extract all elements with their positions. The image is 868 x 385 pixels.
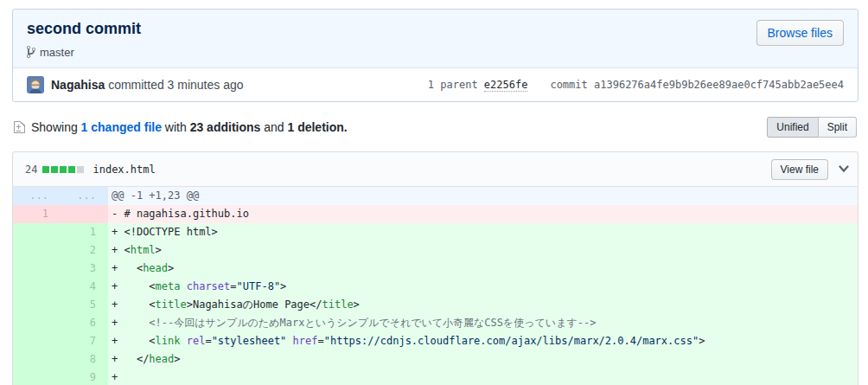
chevron-down-icon[interactable] xyxy=(839,165,849,173)
line-number-cell[interactable]: 4 xyxy=(61,278,108,296)
line-number-cell[interactable]: 3 xyxy=(61,260,108,278)
line-number-cell[interactable] xyxy=(13,260,61,278)
line-number-cell[interactable] xyxy=(13,332,61,350)
diff-sign: + xyxy=(112,371,124,383)
diff-sign: + xyxy=(112,226,124,238)
line-number-cell[interactable] xyxy=(13,278,61,296)
hunk-gutter-cell: ... xyxy=(61,187,108,205)
line-number-cell[interactable] xyxy=(13,296,61,314)
line-number-cell[interactable] xyxy=(13,314,61,332)
line-number-cell[interactable]: 5 xyxy=(61,296,108,314)
diff-summary-row: Showing 1 changed file with 23 additions… xyxy=(14,117,857,138)
showing-label: Showing xyxy=(31,120,78,134)
commit-sha-group-full: commit a1396276a4fe9b9b26ee89ae0cf745abb… xyxy=(550,79,844,91)
code-token-plain: < xyxy=(124,335,155,347)
changed-files-link[interactable]: 1 changed file xyxy=(81,120,162,134)
code-token-plain: = xyxy=(317,335,323,347)
view-file-button[interactable]: View file xyxy=(771,159,828,180)
code-token-plain: > xyxy=(156,244,162,256)
code-token-plain: # nagahisa.github.io xyxy=(124,208,249,220)
commit-sha-group: 1 parent e2256fe commit a1396276a4fe9b9b… xyxy=(428,79,844,91)
code-cell: + <!--今回はサンプルのためMarxというシンプルでそれでいて小奇麗なCSS… xyxy=(108,314,858,332)
diff-row-add: 8+ </head> xyxy=(13,350,858,369)
diff-row-hunk: ......@@ -1 +1,23 @@ xyxy=(13,187,858,205)
code-token-plain: > xyxy=(699,335,705,347)
line-number-cell[interactable]: 6 xyxy=(61,314,108,332)
code-line: + <!--今回はサンプルのためMarxというシンプルでそれでいて小奇麗なCSS… xyxy=(112,317,596,329)
commit-author-line: Nagahisa committed 3 minutes ago xyxy=(51,78,244,92)
code-line: + <head> xyxy=(112,262,174,274)
code-token-tag: title xyxy=(156,298,187,311)
diff-row-add: 4+ <meta charset="UTF-8"> xyxy=(13,278,858,296)
unified-view-button[interactable]: Unified xyxy=(767,117,818,138)
code-token-plain xyxy=(180,280,186,292)
commit-sha: a1396276a4fe9b9b26ee89ae0cf745abb2ae5ee4 xyxy=(594,79,844,91)
line-number-cell[interactable]: 8 xyxy=(61,350,108,369)
code-cell: + <title>NagahisaのHome Page</title> xyxy=(108,296,858,314)
code-cell: + <!DOCTYPE html> xyxy=(108,223,858,241)
diff-sign: + xyxy=(112,244,124,256)
line-number-cell[interactable]: 2 xyxy=(61,241,108,260)
line-number-cell[interactable] xyxy=(13,350,61,369)
code-token-plain: > xyxy=(354,298,360,311)
split-view-button[interactable]: Split xyxy=(818,117,857,138)
code-line: + xyxy=(112,371,124,383)
code-token-plain: <!DOCTYPE html> xyxy=(124,226,217,238)
code-cell: + <html> xyxy=(108,241,858,260)
code-token-tag: meta xyxy=(156,280,181,292)
author-link[interactable]: Nagahisa xyxy=(51,78,105,92)
and-label: and xyxy=(264,120,284,134)
additions-count: 23 additions xyxy=(190,120,261,134)
diffstat-block-add xyxy=(51,166,58,173)
browse-files-button[interactable]: Browse files xyxy=(756,20,844,46)
line-number-cell[interactable] xyxy=(61,205,108,223)
diffstat: 24 xyxy=(25,164,84,176)
line-number-cell[interactable] xyxy=(13,223,61,241)
code-token-plain: < xyxy=(124,280,155,292)
line-number-cell[interactable]: 1 xyxy=(61,223,108,241)
diff-row-add: 6+ <!--今回はサンプルのためMarxというシンプルでそれでいて小奇麗なCS… xyxy=(13,314,858,332)
code-cell: + xyxy=(108,369,858,385)
code-token-tag: title xyxy=(322,298,353,311)
line-number-cell[interactable] xyxy=(13,241,61,260)
commit-box: second commit master Browse files Nagahi… xyxy=(12,9,858,102)
diff-row-add: 3+ <head> xyxy=(13,260,858,278)
avatar[interactable] xyxy=(27,76,44,93)
code-token-plain: < xyxy=(124,262,143,274)
deletions-count: 1 deletion. xyxy=(287,120,347,134)
file-name-link[interactable]: index.html xyxy=(93,164,155,176)
code-cell: + <head> xyxy=(108,260,858,278)
code-line: + <!DOCTYPE html> xyxy=(112,226,218,238)
code-line: + <title>NagahisaのHome Page</title> xyxy=(112,298,360,311)
line-number-cell[interactable]: 1 xyxy=(13,205,61,223)
hunk-gutter-cell: ... xyxy=(13,187,61,205)
code-line: + <meta charset="UTF-8"> xyxy=(112,280,286,292)
line-number-cell[interactable]: 9 xyxy=(61,369,108,385)
diffstat-block-add xyxy=(60,166,67,173)
parent-sha-link[interactable]: e2256fe xyxy=(484,79,528,92)
code-token-plain: < xyxy=(124,244,130,256)
code-line: - # nagahisa.github.io xyxy=(112,208,249,220)
code-token-plain: </ xyxy=(124,353,149,365)
diffstat-blocks xyxy=(42,166,84,173)
line-number-cell[interactable] xyxy=(13,369,61,385)
diff-file-icon xyxy=(14,120,25,134)
commit-header: second commit master Browse files xyxy=(13,10,858,68)
code-token-attr: charset xyxy=(187,280,231,292)
diffstat-block-neutral xyxy=(77,166,84,173)
code-cell: + <meta charset="UTF-8"> xyxy=(108,278,858,296)
file-header: 24 index.html View file xyxy=(13,152,858,187)
code-cell: + <link rel="stylesheet" href="https://c… xyxy=(108,332,858,350)
branch-name[interactable]: master xyxy=(40,46,74,59)
commit-title: second commit xyxy=(27,20,141,38)
code-token-string: "https://cdnjs.cloudflare.com/ajax/libs/… xyxy=(324,335,699,347)
code-token-tag: html xyxy=(131,244,156,256)
code-token-hunk: @@ -1 +1,23 @@ xyxy=(112,189,199,202)
code-token-tag: head xyxy=(143,262,168,274)
line-number-cell[interactable]: 7 xyxy=(61,332,108,350)
code-token-string: "stylesheet" xyxy=(212,335,287,347)
parent-label: 1 parent xyxy=(428,79,478,91)
diff-sign: + xyxy=(112,280,124,292)
git-branch-icon xyxy=(27,45,35,59)
committed-text: committed 3 minutes ago xyxy=(108,78,243,92)
